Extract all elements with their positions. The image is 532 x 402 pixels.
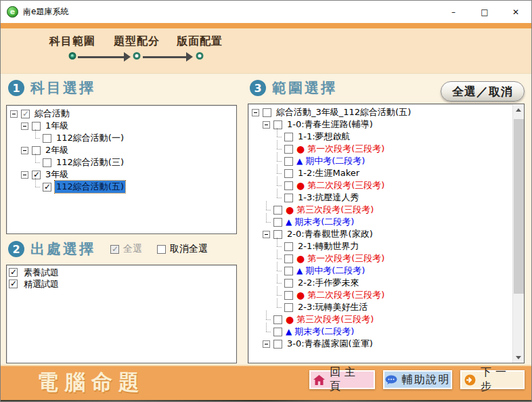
tree-node-label[interactable]: 1-2:生涯Maker <box>296 167 361 179</box>
tree-node-label[interactable]: 2-3:玩轉美好生活 <box>296 301 370 313</box>
tree-checkbox[interactable] <box>284 303 293 312</box>
orange-divider <box>1 23 531 28</box>
next-button[interactable]: 下一步 <box>460 370 525 389</box>
step-label-subject-range: 科目範圍 <box>49 35 95 49</box>
tree-checkbox[interactable] <box>273 206 282 215</box>
tree-node-label[interactable]: 3-0:青春護家園(童軍) <box>286 338 374 350</box>
section-number-badge: 2 <box>8 241 24 257</box>
help-button[interactable]: 輔助說明 <box>383 370 452 389</box>
tree-checkbox[interactable] <box>273 340 282 349</box>
tree-node-label[interactable]: 2-0:青春觀世界(家政) <box>286 228 374 240</box>
tree-checkbox[interactable] <box>263 108 271 117</box>
section-range-header: 3 範圍選擇 <box>250 79 337 97</box>
collapse-toggle-icon[interactable] <box>263 121 270 129</box>
tree-node-label[interactable]: 3年級 <box>44 169 70 181</box>
tree-node-label[interactable]: 2-1:轉動世界力 <box>296 240 361 252</box>
tree-node-label[interactable]: 綜合活動 <box>33 108 71 120</box>
tree-checkbox[interactable] <box>273 218 282 227</box>
tree-node-label[interactable]: 112綜合活動(五) <box>55 181 125 193</box>
tree-node-label[interactable]: 2年級 <box>44 144 70 156</box>
tree-node-label[interactable]: 第一次段考(三段考) <box>306 143 386 155</box>
collapse-toggle-icon[interactable] <box>252 109 259 116</box>
tree-node-label[interactable]: 第三次段考(三段考) <box>295 204 375 216</box>
collapse-toggle-icon[interactable] <box>263 231 270 238</box>
tree-node-label[interactable]: 第二次段考(三段考) <box>306 179 386 192</box>
tree-node-label[interactable]: 第二次段考(三段考) <box>306 289 386 301</box>
tree-node-label[interactable]: 1-0:青春生涯路(輔導) <box>286 118 374 131</box>
tree-connector <box>32 132 41 144</box>
tree-node-label[interactable]: 2-2:手作夢未來 <box>296 277 361 289</box>
tree-checkbox[interactable] <box>21 110 30 118</box>
tree-checkbox[interactable] <box>284 242 293 251</box>
tree-node-label[interactable]: 期末考(二段考) <box>293 216 355 228</box>
tree-node-label[interactable]: 1年級 <box>44 120 70 132</box>
tree-checkbox[interactable] <box>284 145 293 154</box>
scroll-up-icon[interactable] <box>513 104 525 116</box>
scrollbar-thumb[interactable] <box>514 119 524 294</box>
vertical-scrollbar[interactable] <box>512 104 524 363</box>
source-list-item: 精選試題 <box>8 278 236 290</box>
minimize-icon[interactable]: – <box>438 1 469 23</box>
tree-checkbox[interactable] <box>43 158 51 167</box>
source-checkbox[interactable] <box>9 268 18 277</box>
select-all-label: 全選 <box>123 243 142 255</box>
tree-checkbox[interactable] <box>32 146 41 155</box>
tree-checkbox[interactable] <box>273 120 282 129</box>
tree-checkbox[interactable] <box>32 171 41 179</box>
tree-connector <box>263 204 272 216</box>
maximize-icon[interactable]: □ <box>469 1 500 23</box>
step-label-question-allocation: 題型配分 <box>114 35 160 49</box>
collapse-toggle-icon[interactable] <box>21 122 28 130</box>
scroll-down-icon[interactable] <box>513 351 525 363</box>
help-icon <box>385 375 397 385</box>
tree-node-label[interactable]: 112綜合活動(三) <box>55 156 125 169</box>
tree-row: 1-0:青春生涯路(輔導) <box>250 118 512 131</box>
tree-checkbox[interactable] <box>284 254 293 263</box>
collapse-toggle-icon[interactable] <box>10 110 18 118</box>
tree-checkbox[interactable] <box>273 315 282 324</box>
home-button[interactable]: 回主頁 <box>309 370 375 389</box>
tree-checkbox[interactable] <box>273 328 282 336</box>
tree-node-label[interactable]: 1-1:夢想啟航 <box>296 131 352 143</box>
tree-node-label[interactable]: 第一次段考(三段考) <box>306 252 386 265</box>
tree-checkbox[interactable] <box>284 194 293 202</box>
tree-checkbox[interactable] <box>273 230 282 239</box>
tree-node-label[interactable]: 112綜合活動(一) <box>55 132 125 144</box>
tree-checkbox[interactable] <box>32 122 41 131</box>
source-checkbox[interactable] <box>9 280 18 288</box>
select-all-toggle-button[interactable]: 全選／取消 <box>441 81 525 102</box>
deselect-all-checkbox[interactable] <box>157 245 166 254</box>
collapse-toggle-icon[interactable] <box>263 340 270 348</box>
select-all-checkbox[interactable] <box>110 245 119 254</box>
section-source-header: 2 出處選擇 全選 取消全選 <box>8 240 208 259</box>
tree-node-label[interactable]: 期末考(二段考) <box>293 326 355 338</box>
tree-node-label[interactable]: 第三次段考(三段考) <box>295 313 375 326</box>
deselect-all-checkbox-group[interactable]: 取消全選 <box>157 243 208 255</box>
tree-checkbox[interactable] <box>284 181 293 190</box>
exam-red-circle-icon: ● <box>296 290 305 300</box>
tree-node-label[interactable]: 綜合活動_3年級_112綜合活動(五) <box>275 106 412 118</box>
tree-checkbox[interactable] <box>284 157 293 166</box>
collapse-toggle-icon[interactable] <box>21 147 28 154</box>
tree-checkbox[interactable] <box>284 279 293 288</box>
tree-connector <box>273 301 283 313</box>
tree-checkbox[interactable] <box>284 291 293 300</box>
close-icon[interactable]: ✕ <box>500 1 531 23</box>
tree-node-label[interactable]: 期中考(二段考) <box>304 155 366 167</box>
tree-node-label[interactable]: 期中考(二段考) <box>304 265 366 277</box>
tree-connector <box>273 131 283 143</box>
tree-checkbox[interactable] <box>43 134 51 143</box>
tree-checkbox[interactable] <box>284 133 293 141</box>
window-title: 南e題庫系統 <box>23 6 68 18</box>
tree-checkbox[interactable] <box>284 267 293 275</box>
arrow-right-icon <box>124 52 131 62</box>
tree-checkbox[interactable] <box>284 169 293 178</box>
tree-row: 112綜合活動(五) <box>9 181 236 193</box>
collapse-toggle-icon[interactable] <box>21 171 28 179</box>
select-all-checkbox-group[interactable]: 全選 <box>110 243 142 255</box>
subject-tree: 綜合活動1年級112綜合活動(一)2年級112綜合活動(三)3年級112綜合活動… <box>7 106 236 233</box>
step-connector <box>143 56 186 58</box>
tree-node-label[interactable]: 1-3:抗壓達人秀 <box>296 192 361 204</box>
tree-checkbox[interactable] <box>43 183 51 192</box>
exam-blue-triangle-icon: ▲ <box>286 328 292 336</box>
